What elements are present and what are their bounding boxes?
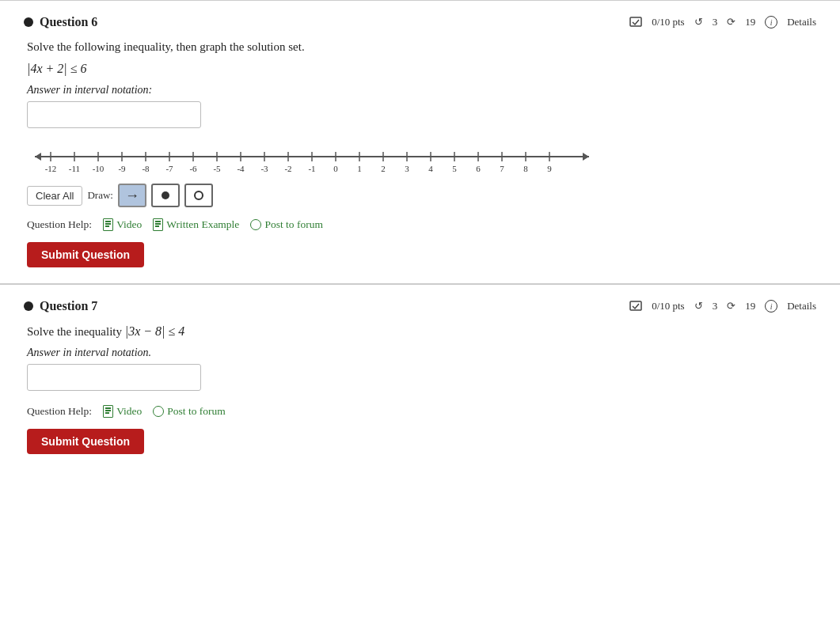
q6-info-icon[interactable]: i [765,16,777,28]
q6-number-line: -12 -11 -10 -9 -8 -7 -6 [27,142,816,174]
q7-help-row: Question Help: Video Post to forum [27,405,816,418]
svg-text:1: 1 [357,164,362,173]
q6-dot-icon [162,191,169,199]
question-7-block: Question 7 0/10 pts ↺ 3 ⟳ 19 i Details S… [0,284,840,470]
q6-draw-circle-button[interactable] [184,184,213,207]
svg-text:9: 9 [547,164,552,173]
svg-text:8: 8 [523,164,528,173]
q7-video-doc-icon [103,405,113,418]
question-6-label: Question 6 [40,15,97,29]
svg-marker-2 [35,153,41,161]
svg-text:6: 6 [476,164,481,173]
svg-rect-48 [630,301,641,310]
q6-written-link[interactable]: Written Example [153,218,239,231]
q7-retry-icon: ↺ [694,300,703,312]
q6-retry: 3 [713,16,718,28]
q6-forum-link[interactable]: Post to forum [250,218,323,231]
svg-text:2: 2 [381,164,386,173]
q6-written-label: Written Example [166,218,239,231]
question-7-body: Solve the inequality |3x − 8| ≤ 4 Answer… [24,324,816,454]
q6-arrow-icon: → [125,188,139,204]
q6-clear-all-button[interactable]: Clear All [27,186,82,206]
question-7-dot [24,301,33,311]
q6-answer-input[interactable] [27,101,201,128]
svg-text:-4: -4 [237,164,245,173]
question-7-title: Question 7 [24,299,97,313]
q6-retry-icon: ↺ [694,16,703,28]
svg-text:-2: -2 [284,164,291,173]
q7-video-link[interactable]: Video [103,405,142,418]
q7-math-inline: |3x − 8| ≤ 4 [125,324,184,338]
q7-forum-icon [153,406,164,417]
q6-save-icon [629,17,642,28]
q6-number-line-svg: -12 -11 -10 -9 -8 -7 -6 [27,142,597,176]
q6-circle-icon [194,191,203,200]
svg-text:-8: -8 [142,164,150,173]
q6-draw-controls: Clear All Draw: → [27,184,816,207]
svg-text:-3: -3 [260,164,268,173]
question-6-title: Question 6 [24,15,97,29]
q7-info-icon[interactable]: i [765,300,777,312]
q6-written-doc-icon [153,218,163,231]
svg-text:-1: -1 [308,164,315,173]
svg-text:3: 3 [405,164,409,173]
svg-text:-7: -7 [165,164,173,173]
q6-forum-icon [250,219,261,230]
q6-details-link[interactable]: Details [787,16,816,28]
svg-text:-9: -9 [118,164,126,173]
svg-rect-0 [630,17,641,26]
svg-marker-3 [583,153,589,161]
q7-retry: 3 [713,300,718,312]
q6-draw-arrow-button[interactable]: → [118,184,146,207]
svg-text:-5: -5 [213,164,221,173]
svg-text:7: 7 [500,164,504,173]
svg-text:-11: -11 [69,164,80,173]
svg-text:-12: -12 [45,164,57,173]
q7-answer-label: Answer in interval notation. [27,347,816,359]
svg-text:0: 0 [333,164,338,173]
q6-pts: 0/10 pts [652,16,685,28]
q6-help-row: Question Help: Video Written Example [27,218,816,231]
question-6-meta: 0/10 pts ↺ 3 ⟳ 19 i Details [629,16,816,28]
svg-text:-6: -6 [189,164,197,173]
q7-instruction-text: Solve the inequality [27,325,122,338]
question-7-meta: 0/10 pts ↺ 3 ⟳ 19 i Details [629,300,816,312]
q7-refresh-icon: ⟳ [727,300,735,312]
question-6-dot [24,17,33,27]
q6-help-label: Question Help: [27,218,92,231]
q7-pts: 0/10 pts [652,300,685,312]
q6-submit-button[interactable]: Submit Question [27,242,144,267]
q6-video-link[interactable]: Video [103,218,142,231]
question-7-header: Question 7 0/10 pts ↺ 3 ⟳ 19 i Details [24,299,816,313]
question-6-block: Question 6 0/10 pts ↺ 3 ⟳ 19 i Details S… [0,0,840,283]
q6-refresh: 19 [745,16,755,28]
q7-details-link[interactable]: Details [787,300,816,312]
q6-video-doc-icon [103,218,113,231]
svg-text:4: 4 [428,164,433,173]
svg-text:5: 5 [452,164,457,173]
q6-answer-label: Answer in interval notation: [27,84,816,97]
q7-submit-button[interactable]: Submit Question [27,429,144,454]
q7-help-label: Question Help: [27,405,92,418]
q7-forum-link[interactable]: Post to forum [153,405,226,418]
q6-video-label: Video [116,218,142,231]
question-6-header: Question 6 0/10 pts ↺ 3 ⟳ 19 i Details [24,15,816,29]
q6-draw-label: Draw: [87,189,113,202]
svg-text:-10: -10 [93,164,105,173]
q6-draw-dot-button[interactable] [151,184,180,207]
q7-save-icon [629,301,642,312]
q7-forum-label: Post to forum [167,405,226,418]
q7-refresh: 19 [745,300,755,312]
q6-refresh-icon: ⟳ [727,16,735,28]
q7-answer-input[interactable] [27,364,201,391]
q6-math: |4x + 2| ≤ 6 [27,62,816,76]
q6-forum-label: Post to forum [264,218,323,231]
q6-instruction: Solve the following inequality, then gra… [27,40,816,54]
question-6-body: Solve the following inequality, then gra… [24,40,816,267]
q7-instruction: Solve the inequality |3x − 8| ≤ 4 [27,324,816,339]
q7-video-label: Video [116,405,142,418]
question-7-label: Question 7 [40,299,97,313]
